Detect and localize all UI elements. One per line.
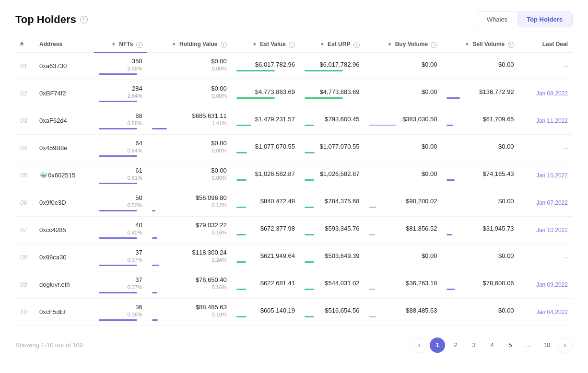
buy-volume-cell: $0.00	[365, 80, 442, 107]
holding-sort-icon[interactable]: ▼	[172, 42, 176, 47]
page-4-button[interactable]: 4	[484, 338, 500, 353]
table-row: 10 0xcF5dEf 36 0.36% $88,485.63 0.18% $6…	[15, 298, 573, 326]
last-deal-cell: --	[519, 244, 573, 271]
buy-info-icon[interactable]: i	[431, 42, 437, 48]
title-info-icon[interactable]: i	[80, 16, 88, 23]
table-row: 02 0xBF74f2 284 2.84% $0.00 0.00% $4,773…	[15, 80, 573, 107]
sell-sort-icon[interactable]: ▼	[465, 42, 470, 47]
page-10-button[interactable]: 10	[539, 338, 554, 353]
est-value-cell: $1,479,231.57	[232, 107, 300, 134]
nfts-cell: 40 0.40%	[94, 216, 147, 244]
last-deal-value: Jan 07,2022	[536, 199, 568, 206]
nfts-cell: 88 0.88%	[94, 107, 147, 134]
nfts-bar	[99, 210, 137, 211]
nfts-info-icon[interactable]: i	[136, 42, 142, 48]
address-cell[interactable]: 0xcc4285	[35, 216, 94, 244]
page-1-button[interactable]: 1	[430, 338, 445, 353]
buy-bar	[369, 234, 376, 235]
last-deal-cell: Jan 10,2022	[519, 162, 573, 189]
prev-page-button[interactable]: ‹	[412, 338, 427, 353]
nfts-bar	[99, 265, 137, 266]
est-value-cell: $605,140.19	[232, 298, 300, 326]
sell-volume-cell: $74,165.43	[442, 162, 518, 189]
est-urp-cell: $4,773,883.69	[300, 80, 365, 107]
estval-sort-icon[interactable]: ▼	[252, 42, 257, 47]
holding-value-cell: $0.00 0.00%	[147, 134, 232, 162]
rank-cell: 05	[15, 162, 35, 189]
nfts-cell: 358 3.58%	[94, 52, 147, 80]
nfts-sort-icon[interactable]: ▼	[111, 42, 116, 47]
page-2-button[interactable]: 2	[448, 338, 463, 353]
nfts-cell: 50 0.50%	[94, 189, 147, 216]
last-deal-value: Jan 09,2022	[536, 281, 568, 288]
tab-top-holders[interactable]: Top Holders	[517, 12, 572, 27]
col-address: Address	[35, 37, 94, 52]
nfts-cell: 61 0.61%	[94, 162, 147, 189]
address-cell[interactable]: 0xa63730	[35, 52, 94, 80]
address-cell[interactable]: 🐳0x602515	[35, 162, 94, 189]
nfts-cell: 36 0.36%	[94, 298, 147, 326]
buy-bar	[369, 125, 397, 126]
page-5-button[interactable]: 5	[503, 338, 518, 353]
rank-cell: 08	[15, 244, 35, 271]
holding-value-cell: $118,300.24 0.24%	[147, 244, 232, 271]
buy-sort-icon[interactable]: ▼	[387, 42, 392, 47]
estval-bar	[236, 97, 275, 99]
last-deal-cell: Jan 09,2022	[519, 271, 573, 298]
last-deal-value: Jan 04,2022	[536, 309, 568, 315]
nfts-bar	[99, 237, 137, 239]
rank-cell: 09	[15, 271, 35, 298]
table-row: 04 0x459B8e 64 0.64% $0.00 0.00% $1,077,…	[15, 134, 573, 162]
nfts-bar	[99, 319, 137, 321]
last-deal-value: Jan 10,2022	[536, 227, 568, 233]
rank-cell: 01	[15, 52, 35, 80]
last-deal-cell: Jan 10,2022	[519, 216, 573, 244]
est-urp-cell: $6,017,782.96	[300, 52, 365, 80]
address-cell[interactable]: dogluvr.eth	[35, 271, 94, 298]
estval-bar	[236, 152, 247, 153]
tab-group: Whales Top Holders	[477, 12, 573, 27]
estval-info-icon[interactable]: i	[289, 42, 295, 48]
holding-info-icon[interactable]: i	[221, 42, 227, 48]
estval-bar	[236, 125, 251, 126]
address-cell[interactable]: 0x459B8e	[35, 134, 94, 162]
col-nfts: ▼ NFTs i	[94, 37, 147, 52]
page-3-button[interactable]: 3	[466, 338, 482, 353]
last-deal-cell: Jan 04,2022	[519, 298, 573, 326]
urp-sort-icon[interactable]: ▼	[320, 42, 325, 47]
nfts-bar	[99, 292, 137, 293]
holding-bar	[152, 292, 157, 293]
sell-info-icon[interactable]: i	[508, 42, 514, 48]
table-row: 07 0xcc4285 40 0.40% $79,032.22 0.16% $6…	[15, 216, 573, 244]
last-deal-value: Jan 10,2022	[536, 172, 568, 179]
urp-info-icon[interactable]: i	[353, 42, 360, 48]
est-urp-cell: $1,026,582.87	[300, 162, 365, 189]
rank-cell: 02	[15, 80, 35, 107]
address-cell[interactable]: 0x98ca30	[35, 244, 94, 271]
address-cell[interactable]: 0xaF62d4	[35, 107, 94, 134]
estval-bar	[236, 234, 246, 235]
nfts-cell: 64 0.64%	[94, 134, 147, 162]
holding-value-cell: $0.00 0.00%	[147, 52, 232, 80]
page-header: Top Holders i Whales Top Holders	[15, 12, 573, 27]
buy-bar	[369, 207, 376, 208]
est-urp-cell: $593,345.76	[300, 216, 365, 244]
last-deal-cell: Jan 07,2022	[519, 189, 573, 216]
rank-cell: 03	[15, 107, 35, 134]
estval-bar	[236, 207, 246, 208]
buy-volume-cell: $36,263.18	[365, 271, 442, 298]
address-cell[interactable]: 0xcF5dEf	[35, 298, 94, 326]
next-page-button[interactable]: ›	[557, 338, 573, 353]
holding-bar	[152, 210, 156, 211]
holding-value-cell: $685,631.11 1.41%	[147, 107, 232, 134]
address-cell[interactable]: 0x9f0e3D	[35, 189, 94, 216]
whale-emoji: 🐳	[39, 172, 47, 179]
tab-whales[interactable]: Whales	[477, 12, 517, 27]
last-deal-value: --	[564, 144, 568, 152]
page-title: Top Holders	[15, 13, 76, 26]
holding-value-cell: $56,096.80 0.12%	[147, 189, 232, 216]
address-cell[interactable]: 0xBF74f2	[35, 80, 94, 107]
urp-bar	[305, 261, 314, 263]
estval-bar	[236, 179, 247, 181]
sell-volume-cell: $0.00	[442, 134, 518, 162]
